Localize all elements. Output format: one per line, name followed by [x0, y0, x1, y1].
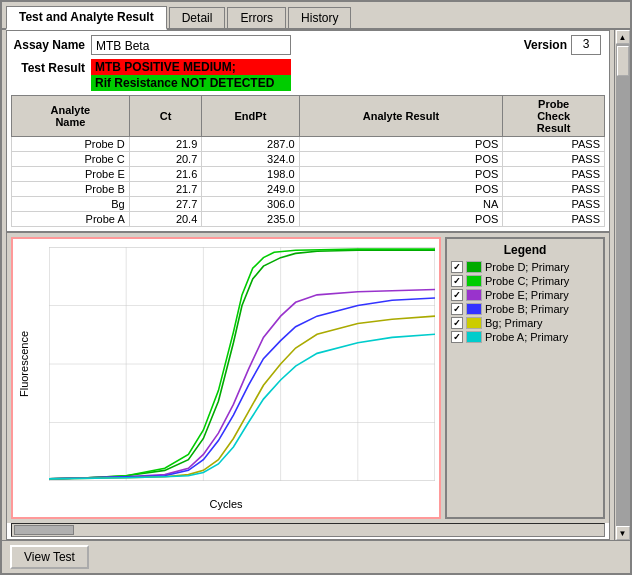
cell-probe: PASS	[503, 212, 605, 227]
view-test-button[interactable]: View Test	[10, 545, 89, 569]
legend-item: ✓ Probe B; Primary	[451, 303, 599, 315]
cell-ct: 21.9	[129, 137, 202, 152]
cell-probe: PASS	[503, 182, 605, 197]
bottom-section: Fluorescence	[7, 233, 609, 523]
legend-item: ✓ Probe C; Primary	[451, 275, 599, 287]
table-row: Probe D 21.9 287.0 POS PASS	[12, 137, 605, 152]
legend-item-label: Probe B; Primary	[485, 303, 569, 315]
cell-probe: PASS	[503, 152, 605, 167]
chart-svg: 0 100 200 300 400 10 20 30 40	[49, 247, 435, 481]
cell-probe: PASS	[503, 197, 605, 212]
cell-endpt: 287.0	[202, 137, 299, 152]
cell-endpt: 306.0	[202, 197, 299, 212]
table-row: Probe E 21.6 198.0 POS PASS	[12, 167, 605, 182]
assay-name-value: MTB Beta	[91, 35, 291, 55]
table-row: Probe A 20.4 235.0 POS PASS	[12, 212, 605, 227]
legend-item-label: Probe C; Primary	[485, 275, 569, 287]
legend-item-label: Bg; Primary	[485, 317, 542, 329]
legend-item: ✓ Bg; Primary	[451, 317, 599, 329]
table-row: Probe B 21.7 249.0 POS PASS	[12, 182, 605, 197]
legend-color-swatch	[466, 331, 482, 343]
cell-ct: 21.6	[129, 167, 202, 182]
table-row: Probe C 20.7 324.0 POS PASS	[12, 152, 605, 167]
tab-errors[interactable]: Errors	[227, 7, 286, 28]
legend-item-label: Probe A; Primary	[485, 331, 568, 343]
cell-result: POS	[299, 137, 503, 152]
table-row: Bg 27.7 306.0 NA PASS	[12, 197, 605, 212]
legend-checkbox[interactable]: ✓	[451, 317, 463, 329]
cell-ct: 20.7	[129, 152, 202, 167]
cell-result: POS	[299, 212, 503, 227]
cell-ct: 21.7	[129, 182, 202, 197]
cell-probe: PASS	[503, 167, 605, 182]
content-area: Assay Name MTB Beta Version 3 Test Resul…	[6, 30, 610, 540]
legend-item-label: Probe D; Primary	[485, 261, 569, 273]
cell-analyte-name: Probe D	[12, 137, 130, 152]
h-scrollbar[interactable]	[11, 523, 605, 537]
cell-endpt: 235.0	[202, 212, 299, 227]
tab-bar: Test and Analyte Result Detail Errors Hi…	[2, 2, 630, 30]
legend-color-swatch	[466, 289, 482, 301]
col-header-endpt: EndPt	[202, 96, 299, 137]
cell-result: POS	[299, 152, 503, 167]
analyte-table: AnalyteName Ct EndPt Analyte Result Prob…	[11, 95, 605, 227]
col-header-ct: Ct	[129, 96, 202, 137]
cell-result: POS	[299, 167, 503, 182]
scroll-up-btn[interactable]: ▲	[616, 30, 630, 44]
legend-color-swatch	[466, 275, 482, 287]
y-axis-label: Fluorescence	[18, 331, 30, 397]
x-axis-label: Cycles	[209, 498, 242, 510]
cell-analyte-name: Probe E	[12, 167, 130, 182]
legend-color-swatch	[466, 303, 482, 315]
version-value: 3	[571, 35, 601, 55]
cell-ct: 20.4	[129, 212, 202, 227]
h-scroll-thumb[interactable]	[14, 525, 74, 535]
cell-probe: PASS	[503, 137, 605, 152]
cell-analyte-name: Bg	[12, 197, 130, 212]
legend-item: ✓ Probe D; Primary	[451, 261, 599, 273]
cell-endpt: 198.0	[202, 167, 299, 182]
legend-checkbox[interactable]: ✓	[451, 275, 463, 287]
tab-history[interactable]: History	[288, 7, 351, 28]
cell-endpt: 324.0	[202, 152, 299, 167]
cell-analyte-name: Probe B	[12, 182, 130, 197]
right-scrollbar: ▲ ▼	[614, 30, 630, 540]
col-header-analyte: AnalyteName	[12, 96, 130, 137]
tab-test-analyte[interactable]: Test and Analyte Result	[6, 6, 167, 30]
scroll-track[interactable]	[616, 44, 630, 526]
cell-analyte-name: Probe A	[12, 212, 130, 227]
legend-checkbox[interactable]: ✓	[451, 289, 463, 301]
legend-title: Legend	[451, 243, 599, 257]
assay-name-label: Assay Name	[11, 38, 91, 52]
v-scroll-thumb[interactable]	[617, 46, 629, 76]
cell-endpt: 249.0	[202, 182, 299, 197]
legend-item-label: Probe E; Primary	[485, 289, 569, 301]
cell-ct: 27.7	[129, 197, 202, 212]
legend-items: ✓ Probe D; Primary ✓ Probe C; Primary ✓ …	[451, 261, 599, 345]
test-result-box: MTB POSITIVE MEDIUM; Rif Resistance NOT …	[91, 59, 291, 91]
scroll-down-btn[interactable]: ▼	[616, 526, 630, 540]
chart-area: Fluorescence	[11, 237, 441, 519]
test-result-line1: MTB POSITIVE MEDIUM;	[91, 59, 291, 75]
col-header-probe: ProbeCheckResult	[503, 96, 605, 137]
tab-detail[interactable]: Detail	[169, 7, 226, 28]
bottom-bar: View Test	[2, 540, 630, 573]
legend-box: Legend ✓ Probe D; Primary ✓ Probe C; Pri…	[445, 237, 605, 519]
test-result-label: Test Result	[11, 59, 91, 75]
legend-item: ✓ Probe A; Primary	[451, 331, 599, 343]
cell-analyte-name: Probe C	[12, 152, 130, 167]
cell-result: NA	[299, 197, 503, 212]
legend-checkbox[interactable]: ✓	[451, 331, 463, 343]
top-section: Assay Name MTB Beta Version 3 Test Resul…	[7, 31, 609, 233]
test-result-line2: Rif Resistance NOT DETECTED	[91, 75, 291, 91]
legend-color-swatch	[466, 261, 482, 273]
legend-item: ✓ Probe E; Primary	[451, 289, 599, 301]
legend-color-swatch	[466, 317, 482, 329]
cell-result: POS	[299, 182, 503, 197]
col-header-result: Analyte Result	[299, 96, 503, 137]
legend-checkbox[interactable]: ✓	[451, 261, 463, 273]
version-label: Version	[524, 38, 567, 52]
legend-checkbox[interactable]: ✓	[451, 303, 463, 315]
